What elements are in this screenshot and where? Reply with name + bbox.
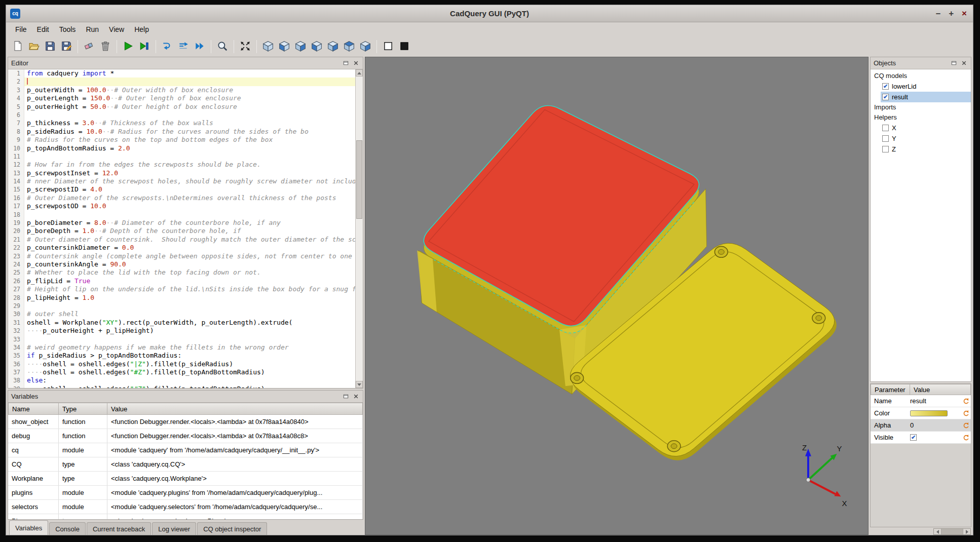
parameter-column-parameter[interactable]: Parameter <box>871 384 910 395</box>
code-line-1[interactable]: 1from cadquery import * <box>8 69 355 78</box>
maximize-button[interactable]: + <box>949 9 954 18</box>
reset-icon[interactable] <box>961 398 971 405</box>
variables-row-Plane[interactable]: Planetype<class 'cadquery.occ_impl.geom.… <box>8 514 363 519</box>
code-line-39[interactable]: 39····oshell = oshell.edges("#Z").fillet… <box>8 385 355 388</box>
objects-item-lowerlid[interactable]: lowerLid <box>881 81 971 92</box>
code-editor[interactable]: 1from cadquery import *23p_outerWidth = … <box>8 69 363 388</box>
save-button[interactable] <box>43 39 58 54</box>
menu-help[interactable]: Help <box>129 23 154 35</box>
code-line-18[interactable]: 18 <box>8 211 355 219</box>
code-line-9[interactable]: 9# Radius for the curves on the top and … <box>8 136 355 144</box>
view-right-button[interactable] <box>325 39 341 54</box>
visibility-checkbox[interactable] <box>882 135 889 142</box>
color-swatch[interactable] <box>910 410 948 416</box>
reset-icon[interactable] <box>961 434 971 441</box>
fit-all-button[interactable] <box>238 39 253 54</box>
tab-variables[interactable]: Variables <box>9 520 48 535</box>
titlebar[interactable]: cq CadQuery GUI (PyQT) – + × <box>6 5 973 22</box>
3d-viewport[interactable]: Z Y X <box>365 57 869 535</box>
variables-row-CQ[interactable]: CQtype<class 'cadquery.cq.CQ'> <box>8 457 363 472</box>
code-line-10[interactable]: 10p_topAndBottomRadius = 2.0 <box>8 144 355 152</box>
variables-row-show_object[interactable]: show_objectfunction<function Debugger.re… <box>8 415 363 429</box>
wireframe-button[interactable] <box>381 39 396 54</box>
variables-row-plugins[interactable]: pluginsmodule<module 'cadquery.plugins' … <box>8 486 363 500</box>
reset-icon[interactable] <box>961 422 971 429</box>
delete-button[interactable] <box>98 39 113 54</box>
code-line-14[interactable]: 14# nner Diameter of the screwpost holes… <box>8 177 355 185</box>
view-top-button[interactable] <box>342 39 357 54</box>
visibility-checkbox[interactable] <box>882 125 889 131</box>
code-line-19[interactable]: 19p_boreDiameter = 8.0··# Diameter of th… <box>8 219 355 227</box>
new-button[interactable] <box>10 39 25 54</box>
float-icon[interactable] <box>342 393 350 401</box>
code-line-29[interactable]: 29 <box>8 302 355 310</box>
code-line-27[interactable]: 27# Height of lip on the underside of th… <box>8 285 355 293</box>
code-line-7[interactable]: 7p_thickness = 3.0··# Thickness of the b… <box>8 119 355 127</box>
objects-group-helpers[interactable]: Helpers <box>871 112 971 123</box>
view-iso-button[interactable] <box>260 39 276 54</box>
variables-column-type[interactable]: Type <box>59 403 107 415</box>
reset-icon[interactable] <box>961 410 971 417</box>
variables-row-debug[interactable]: debugfunction<function Debugger.render.<… <box>8 429 363 443</box>
param-row-color[interactable]: Color <box>871 407 971 419</box>
close-icon[interactable] <box>352 393 360 401</box>
visible-checkbox[interactable] <box>910 434 917 441</box>
code-line-5[interactable]: 5p_outerHeight = 50.0··# Outer height of… <box>8 103 355 111</box>
code-line-6[interactable]: 6 <box>8 111 355 119</box>
scroll-down-icon[interactable] <box>356 381 363 388</box>
code-line-23[interactable]: 23# Countersink angle (complete angle be… <box>8 252 355 260</box>
objects-group-cq-models[interactable]: CQ models <box>871 71 971 81</box>
menu-tools[interactable]: Tools <box>54 23 81 35</box>
menu-run[interactable]: Run <box>81 23 104 35</box>
parameter-hscrollbar[interactable] <box>933 528 971 535</box>
tab-current-traceback[interactable]: Current traceback <box>87 522 151 535</box>
view-left-button[interactable] <box>309 39 324 54</box>
minimize-button[interactable]: – <box>936 9 940 18</box>
close-icon[interactable] <box>352 59 360 67</box>
code-line-34[interactable]: 34# weird geometry happens if we make th… <box>8 343 355 352</box>
hscroll-thumb[interactable] <box>941 529 963 534</box>
code-line-22[interactable]: 22p_countersinkDiameter = 0.0 <box>8 244 355 252</box>
shaded-button[interactable] <box>397 39 412 54</box>
menu-view[interactable]: View <box>104 23 129 35</box>
code-line-17[interactable]: 17p_screwpostOD = 10.0 <box>8 202 355 210</box>
code-line-30[interactable]: 30# outer shell <box>8 310 355 318</box>
objects-item-z[interactable]: Z <box>881 144 971 154</box>
objects-item-result[interactable]: result <box>881 92 971 102</box>
objects-group-imports[interactable]: Imports <box>871 102 971 112</box>
code-line-8[interactable]: 8p_sideRadius = 10.0··# Radius for the c… <box>8 128 355 136</box>
code-line-24[interactable]: 24p_countersinkAngle = 90.0 <box>8 260 355 268</box>
objects-item-y[interactable]: Y <box>881 133 971 144</box>
debug-button[interactable] <box>137 39 152 54</box>
float-icon[interactable] <box>950 59 958 67</box>
code-line-32[interactable]: 32····p_outerHeight + p_lipHeight) <box>8 327 355 335</box>
code-line-15[interactable]: 15p_screwpostID = 4.0 <box>8 185 355 193</box>
code-line-37[interactable]: 37····oshell = oshell.edges("#Z").fillet… <box>8 368 355 376</box>
float-icon[interactable] <box>342 59 350 67</box>
variables-column-name[interactable]: Name <box>8 403 59 415</box>
code-line-4[interactable]: 4p_outerLength = 150.0··# Outer length o… <box>8 94 355 102</box>
code-line-3[interactable]: 3p_outerWidth = 100.0··# Outer width of … <box>8 86 355 94</box>
close-button[interactable]: × <box>962 9 967 18</box>
step-into-button[interactable] <box>160 39 175 54</box>
code-line-28[interactable]: 28p_lipHeight = 1.0 <box>8 294 355 302</box>
editor-scrollbar[interactable] <box>355 69 363 388</box>
code-line-21[interactable]: 21# Outer diameter of countersink. Shoul… <box>8 236 355 244</box>
code-line-2[interactable]: 2 <box>8 78 355 86</box>
run-button[interactable] <box>121 39 136 54</box>
scroll-up-icon[interactable] <box>356 69 363 76</box>
variables-row-Workplane[interactable]: Workplanetype<class 'cadquery.cq.Workpla… <box>8 472 363 486</box>
scroll-right-icon[interactable] <box>963 529 970 534</box>
variables-row-cq[interactable]: cqmodule<module 'cadquery' from '/home/a… <box>8 443 363 457</box>
code-line-12[interactable]: 12# How far in from the edges the screwp… <box>8 161 355 169</box>
step-over-button[interactable] <box>176 39 191 54</box>
continue-button[interactable] <box>192 39 207 54</box>
visibility-checkbox[interactable] <box>882 94 889 100</box>
view-bottom-button[interactable] <box>358 39 373 54</box>
code-line-20[interactable]: 20p_boreDepth = 1.0··# Depth of the coun… <box>8 227 355 235</box>
close-icon[interactable] <box>960 59 968 67</box>
zoom-button[interactable] <box>215 39 230 54</box>
code-line-33[interactable]: 33 <box>8 335 355 343</box>
code-line-38[interactable]: 38else: <box>8 376 355 384</box>
tab-log-viewer[interactable]: Log viewer <box>152 522 196 535</box>
